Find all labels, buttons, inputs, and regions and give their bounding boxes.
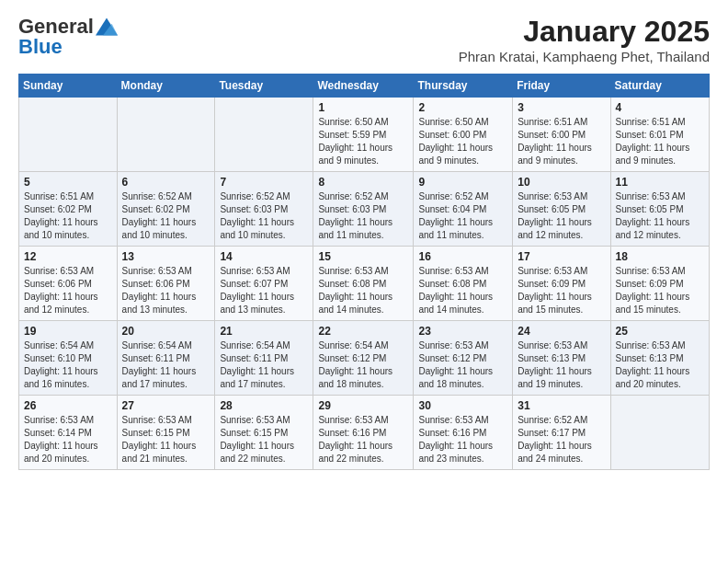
weekday-header-saturday: Saturday — [610, 75, 709, 98]
weekday-header-wednesday: Wednesday — [313, 75, 414, 98]
day-number: 20 — [122, 325, 210, 338]
day-number: 17 — [518, 250, 605, 263]
day-number: 12 — [24, 250, 112, 263]
day-info: Sunrise: 6:54 AMSunset: 6:10 PMDaylight:… — [24, 339, 112, 391]
calendar-cell: 24Sunrise: 6:53 AMSunset: 6:13 PMDayligh… — [513, 321, 610, 396]
day-info: Sunrise: 6:50 AMSunset: 6:00 PMDaylight:… — [418, 116, 507, 167]
day-number: 6 — [122, 176, 210, 189]
day-info: Sunrise: 6:53 AMSunset: 6:05 PMDaylight:… — [518, 190, 605, 242]
weekday-header-friday: Friday — [513, 75, 610, 98]
day-number: 13 — [122, 250, 210, 263]
day-info: Sunrise: 6:53 AMSunset: 6:06 PMDaylight:… — [122, 265, 210, 316]
day-info: Sunrise: 6:53 AMSunset: 6:08 PMDaylight:… — [418, 265, 507, 316]
calendar-cell: 6Sunrise: 6:52 AMSunset: 6:02 PMDaylight… — [117, 172, 215, 247]
day-number: 18 — [616, 250, 704, 263]
calendar-cell: 23Sunrise: 6:53 AMSunset: 6:12 PMDayligh… — [414, 321, 513, 396]
calendar-cell: 3Sunrise: 6:51 AMSunset: 6:00 PMDaylight… — [513, 98, 610, 172]
calendar-cell: 21Sunrise: 6:54 AMSunset: 6:11 PMDayligh… — [215, 321, 313, 396]
calendar-cell: 8Sunrise: 6:52 AMSunset: 6:03 PMDaylight… — [313, 172, 414, 247]
calendar-cell — [19, 98, 118, 172]
day-info: Sunrise: 6:51 AMSunset: 6:02 PMDaylight:… — [24, 190, 112, 242]
day-number: 1 — [318, 101, 408, 114]
day-info: Sunrise: 6:53 AMSunset: 6:05 PMDaylight:… — [616, 190, 704, 242]
day-info: Sunrise: 6:53 AMSunset: 6:13 PMDaylight:… — [518, 339, 605, 391]
day-number: 10 — [518, 176, 605, 189]
calendar-week-row: 19Sunrise: 6:54 AMSunset: 6:10 PMDayligh… — [19, 321, 710, 396]
day-info: Sunrise: 6:54 AMSunset: 6:11 PMDaylight:… — [122, 339, 210, 391]
day-info: Sunrise: 6:53 AMSunset: 6:14 PMDaylight:… — [24, 414, 112, 465]
title-block: January 2025 Phran Kratai, Kamphaeng Phe… — [459, 15, 710, 64]
calendar-cell: 25Sunrise: 6:53 AMSunset: 6:13 PMDayligh… — [610, 321, 709, 396]
day-info: Sunrise: 6:52 AMSunset: 6:04 PMDaylight:… — [418, 190, 507, 242]
calendar-cell: 15Sunrise: 6:53 AMSunset: 6:08 PMDayligh… — [313, 247, 414, 321]
calendar-cell: 7Sunrise: 6:52 AMSunset: 6:03 PMDaylight… — [215, 172, 313, 247]
day-number: 19 — [24, 325, 112, 338]
calendar-cell: 19Sunrise: 6:54 AMSunset: 6:10 PMDayligh… — [19, 321, 118, 396]
weekday-header-thursday: Thursday — [414, 75, 513, 98]
day-number: 5 — [24, 176, 112, 189]
weekday-header-tuesday: Tuesday — [215, 75, 313, 98]
calendar-header: SundayMondayTuesdayWednesdayThursdayFrid… — [19, 75, 710, 98]
day-info: Sunrise: 6:54 AMSunset: 6:12 PMDaylight:… — [318, 339, 408, 391]
day-number: 8 — [318, 176, 408, 189]
calendar-cell: 18Sunrise: 6:53 AMSunset: 6:09 PMDayligh… — [610, 247, 709, 321]
calendar-cell: 11Sunrise: 6:53 AMSunset: 6:05 PMDayligh… — [610, 172, 709, 247]
day-number: 26 — [24, 399, 112, 412]
calendar-week-row: 1Sunrise: 6:50 AMSunset: 5:59 PMDaylight… — [19, 98, 710, 172]
calendar-cell — [610, 396, 709, 470]
calendar-cell: 17Sunrise: 6:53 AMSunset: 6:09 PMDayligh… — [513, 247, 610, 321]
day-info: Sunrise: 6:53 AMSunset: 6:09 PMDaylight:… — [616, 265, 704, 316]
calendar-cell — [215, 98, 313, 172]
calendar-cell: 20Sunrise: 6:54 AMSunset: 6:11 PMDayligh… — [117, 321, 215, 396]
day-info: Sunrise: 6:53 AMSunset: 6:15 PMDaylight:… — [220, 414, 308, 465]
calendar-cell: 2Sunrise: 6:50 AMSunset: 6:00 PMDaylight… — [414, 98, 513, 172]
logo: General Blue — [18, 15, 118, 59]
day-info: Sunrise: 6:53 AMSunset: 6:09 PMDaylight:… — [518, 265, 605, 316]
logo-blue-text: Blue — [18, 35, 63, 59]
day-number: 4 — [616, 101, 704, 114]
day-number: 23 — [418, 325, 507, 338]
day-number: 28 — [220, 399, 308, 412]
day-number: 15 — [318, 250, 408, 263]
calendar-cell: 4Sunrise: 6:51 AMSunset: 6:01 PMDaylight… — [610, 98, 709, 172]
calendar-cell: 10Sunrise: 6:53 AMSunset: 6:05 PMDayligh… — [513, 172, 610, 247]
calendar-cell: 12Sunrise: 6:53 AMSunset: 6:06 PMDayligh… — [19, 247, 118, 321]
logo-icon — [96, 17, 118, 36]
day-number: 11 — [616, 176, 704, 189]
day-info: Sunrise: 6:54 AMSunset: 6:11 PMDaylight:… — [220, 339, 308, 391]
day-number: 25 — [616, 325, 704, 338]
day-info: Sunrise: 6:53 AMSunset: 6:15 PMDaylight:… — [122, 414, 210, 465]
day-info: Sunrise: 6:53 AMSunset: 6:07 PMDaylight:… — [220, 265, 308, 316]
day-info: Sunrise: 6:53 AMSunset: 6:08 PMDaylight:… — [318, 265, 408, 316]
day-info: Sunrise: 6:53 AMSunset: 6:16 PMDaylight:… — [318, 414, 408, 465]
day-number: 16 — [418, 250, 507, 263]
calendar-cell: 1Sunrise: 6:50 AMSunset: 5:59 PMDaylight… — [313, 98, 414, 172]
day-number: 2 — [418, 101, 507, 114]
calendar-cell: 31Sunrise: 6:52 AMSunset: 6:17 PMDayligh… — [513, 396, 610, 470]
month-title: January 2025 — [459, 15, 710, 49]
calendar-week-row: 5Sunrise: 6:51 AMSunset: 6:02 PMDaylight… — [19, 172, 710, 247]
day-info: Sunrise: 6:53 AMSunset: 6:06 PMDaylight:… — [24, 265, 112, 316]
day-info: Sunrise: 6:53 AMSunset: 6:12 PMDaylight:… — [418, 339, 507, 391]
location: Phran Kratai, Kamphaeng Phet, Thailand — [459, 49, 710, 64]
day-info: Sunrise: 6:52 AMSunset: 6:03 PMDaylight:… — [220, 190, 308, 242]
day-info: Sunrise: 6:51 AMSunset: 6:00 PMDaylight:… — [518, 116, 605, 167]
weekday-header-monday: Monday — [117, 75, 215, 98]
day-number: 24 — [518, 325, 605, 338]
calendar-cell: 14Sunrise: 6:53 AMSunset: 6:07 PMDayligh… — [215, 247, 313, 321]
calendar-cell: 29Sunrise: 6:53 AMSunset: 6:16 PMDayligh… — [313, 396, 414, 470]
day-info: Sunrise: 6:51 AMSunset: 6:01 PMDaylight:… — [616, 116, 704, 167]
calendar-table: SundayMondayTuesdayWednesdayThursdayFrid… — [18, 74, 710, 470]
day-number: 7 — [220, 176, 308, 189]
day-number: 31 — [518, 399, 605, 412]
calendar-cell: 22Sunrise: 6:54 AMSunset: 6:12 PMDayligh… — [313, 321, 414, 396]
day-info: Sunrise: 6:52 AMSunset: 6:17 PMDaylight:… — [518, 414, 605, 465]
day-info: Sunrise: 6:53 AMSunset: 6:16 PMDaylight:… — [418, 414, 507, 465]
day-number: 3 — [518, 101, 605, 114]
calendar-week-row: 26Sunrise: 6:53 AMSunset: 6:14 PMDayligh… — [19, 396, 710, 470]
weekday-header-row: SundayMondayTuesdayWednesdayThursdayFrid… — [19, 75, 710, 98]
day-number: 29 — [318, 399, 408, 412]
day-number: 27 — [122, 399, 210, 412]
day-info: Sunrise: 6:52 AMSunset: 6:02 PMDaylight:… — [122, 190, 210, 242]
day-number: 14 — [220, 250, 308, 263]
